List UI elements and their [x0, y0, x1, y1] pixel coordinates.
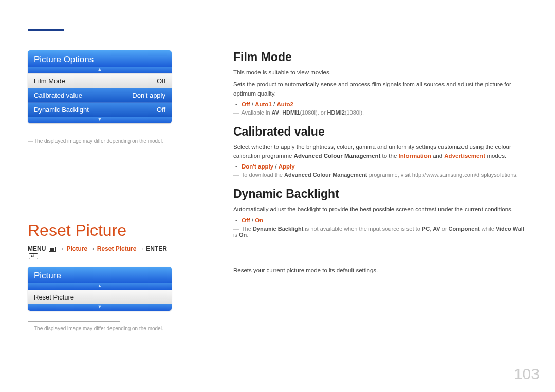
- scroll-down-icon: [28, 304, 172, 311]
- option-value: Don't apply: [132, 91, 165, 99]
- film-mode-note: Available in AV, HDMI1(1080i). or HDMI2(…: [233, 109, 526, 116]
- calibrated-desc: Select whether to apply the brightness, …: [233, 143, 526, 161]
- menu-icon: [49, 247, 56, 252]
- calibrated-options: Don't apply / Apply: [242, 163, 526, 170]
- reset-desc: Resets your current picture mode to its …: [233, 266, 526, 275]
- film-mode-desc-1: This mode is suitable to view movies.: [233, 68, 526, 77]
- option-auto1: Auto1: [255, 101, 272, 107]
- breadcrumb-enter: ENTER: [146, 245, 167, 252]
- menu-breadcrumb: MENU → Picture → Reset Picture → ENTER: [28, 245, 172, 259]
- header-rule: [28, 31, 527, 31]
- dynamic-note: The Dynamic Backlight is not available w…: [233, 226, 526, 238]
- left-column: Picture Options Film Mode Off Calibrated…: [28, 50, 172, 331]
- option-on: On: [255, 217, 263, 223]
- footnote-text: The displayed image may differ depending…: [28, 326, 172, 331]
- option-apply: Apply: [279, 163, 295, 170]
- breadcrumb-arrow: →: [138, 245, 144, 252]
- option-dont-apply: Don't apply: [242, 163, 273, 170]
- dynamic-desc: Automatically adjust the backlight to pr…: [233, 205, 526, 214]
- option-row-calibrated[interactable]: Calibrated value Don't apply: [28, 88, 172, 102]
- option-row-film-mode[interactable]: Film Mode Off: [28, 73, 172, 88]
- breadcrumb-menu: MENU: [28, 245, 46, 252]
- film-mode-desc-2: Sets the product to automatically sense …: [233, 80, 526, 98]
- option-row-reset-picture[interactable]: Reset Picture: [28, 290, 172, 304]
- option-off: Off: [242, 101, 250, 107]
- right-column: Film Mode This mode is suitable to view …: [233, 50, 526, 278]
- option-value: Off: [157, 77, 165, 85]
- film-mode-options: Off / Auto1 / Auto2: [242, 101, 526, 107]
- reset-picture-heading: Reset Picture: [28, 221, 172, 240]
- separator: [28, 134, 120, 134]
- option-value: Off: [157, 106, 165, 114]
- breadcrumb-reset-picture: Reset Picture: [97, 245, 137, 252]
- breadcrumb-arrow: →: [89, 245, 95, 252]
- breadcrumb-arrow: →: [59, 245, 65, 252]
- scroll-up-icon: [28, 67, 172, 73]
- option-label: Film Mode: [34, 77, 65, 85]
- option-label: Calibrated value: [34, 91, 82, 99]
- page-number: 103: [514, 365, 540, 383]
- option-row-dynamic-backlight[interactable]: Dynamic Backlight Off: [28, 102, 172, 117]
- dynamic-heading: Dynamic Backlight: [233, 187, 526, 201]
- enter-icon: [29, 253, 38, 259]
- option-label: Dynamic Backlight: [34, 106, 89, 114]
- calibrated-heading: Calibrated value: [233, 125, 526, 139]
- picture-panel: Picture Reset Picture: [28, 267, 172, 311]
- option-off: Off: [242, 217, 250, 223]
- panel-title: Picture Options: [28, 50, 172, 67]
- panel-title: Picture: [28, 267, 172, 283]
- footnote-text: The displayed image may differ depending…: [28, 138, 172, 144]
- option-label: Reset Picture: [34, 293, 74, 301]
- picture-options-panel: Picture Options Film Mode Off Calibrated…: [28, 50, 172, 123]
- scroll-down-icon: [28, 117, 172, 123]
- breadcrumb-picture: Picture: [66, 245, 87, 252]
- separator: [28, 321, 120, 322]
- film-mode-heading: Film Mode: [233, 50, 526, 64]
- option-auto2: Auto2: [276, 101, 293, 107]
- scroll-up-icon: [28, 283, 172, 290]
- calibrated-note: To download the Advanced Colour Manageme…: [233, 172, 526, 178]
- dynamic-options: Off / On: [242, 217, 526, 223]
